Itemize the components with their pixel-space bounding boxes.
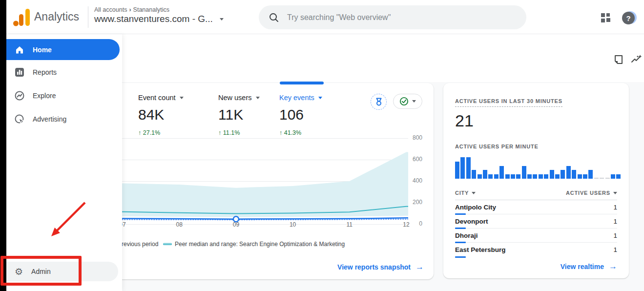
nav-drawer: Home Reports Explore Advertis bbox=[6, 34, 122, 291]
minute-bar bbox=[550, 170, 554, 179]
minute-bar bbox=[555, 174, 560, 179]
search-input[interactable] bbox=[287, 13, 502, 22]
city-cell: Devonport bbox=[455, 218, 488, 225]
chevron-down-icon[interactable] bbox=[180, 97, 184, 99]
sidebar-item-label: Advertising bbox=[33, 115, 66, 123]
metric-tab-new-users[interactable]: New users 11K ↑ 11.1% bbox=[218, 94, 260, 136]
chevron-down-icon[interactable] bbox=[318, 97, 322, 99]
advertising-icon bbox=[15, 114, 24, 124]
minute-bar bbox=[494, 174, 499, 179]
check-circle-icon bbox=[399, 97, 409, 106]
metric-label: New users bbox=[218, 94, 252, 102]
sidebar-item-explore[interactable]: Explore bbox=[6, 86, 120, 105]
minute-bar bbox=[566, 166, 571, 179]
minute-bar bbox=[533, 174, 537, 179]
city-column-header[interactable]: CITY bbox=[455, 190, 476, 196]
table-row[interactable]: East Petersburg 1 bbox=[455, 243, 617, 257]
breadcrumb-root[interactable]: All accounts bbox=[94, 6, 127, 13]
minute-bar bbox=[572, 170, 576, 179]
selected-metric-indicator bbox=[280, 82, 324, 84]
per-minute-title: ACTIVE USERS PER MINUTE bbox=[455, 144, 617, 149]
minute-bar bbox=[561, 170, 565, 179]
chevron-down-icon bbox=[220, 18, 224, 21]
brand-title: Analytics bbox=[34, 10, 79, 23]
sidebar-item-label: Explore bbox=[33, 92, 56, 100]
explore-icon bbox=[15, 91, 24, 101]
top-app-bar: Analytics All accounts›Stananalytics www… bbox=[0, 0, 644, 34]
chevron-down-icon bbox=[613, 192, 617, 194]
benchmarking-medal-icon[interactable] bbox=[371, 94, 387, 110]
active-users-per-minute-chart[interactable] bbox=[455, 156, 622, 179]
metric-value: 11K bbox=[218, 106, 260, 123]
sidebar-item-advertising[interactable]: Advertising bbox=[6, 109, 120, 129]
screen-edge-bar bbox=[0, 0, 6, 291]
property-selector[interactable]: www.stanventures.com - G... bbox=[94, 14, 224, 24]
metric-tab-key-events[interactable]: Key events 106 ↑ 41.3% bbox=[279, 94, 322, 136]
minute-bar bbox=[455, 162, 459, 179]
minute-bar bbox=[527, 174, 532, 179]
minute-bar bbox=[460, 157, 465, 179]
minute-bar bbox=[472, 170, 476, 179]
breadcrumb[interactable]: All accounts›Stananalytics bbox=[94, 6, 169, 13]
search-bar[interactable] bbox=[259, 5, 526, 29]
value-cell: 1 bbox=[613, 218, 617, 225]
minute-bar bbox=[588, 170, 593, 179]
view-realtime-link[interactable]: View realtime→ bbox=[561, 262, 617, 271]
x-tick-label: 10 bbox=[285, 221, 301, 228]
realtime-card: ACTIVE USERS IN LAST 30 MINUTES 21 ACTIV… bbox=[443, 83, 629, 278]
property-name: www.stanventures.com - G... bbox=[94, 14, 213, 24]
x-tick-label: 11 bbox=[341, 221, 358, 228]
metric-tab-event-count[interactable]: Event count 84K ↑ 27.1% bbox=[138, 94, 184, 136]
minute-bar bbox=[478, 174, 482, 179]
notes-icon[interactable] bbox=[613, 54, 624, 65]
y-tick-label: 200 bbox=[407, 199, 422, 206]
y-tick-label: 800 bbox=[407, 134, 422, 141]
sidebar-item-label: Home bbox=[33, 46, 52, 54]
minute-bar bbox=[544, 174, 548, 179]
y-tick-label: 400 bbox=[407, 177, 422, 184]
minute-bar bbox=[516, 174, 520, 179]
chevron-down-icon bbox=[412, 100, 416, 103]
minute-bar bbox=[605, 178, 610, 179]
table-row[interactable]: Dhoraji 1 bbox=[455, 229, 617, 243]
table-row[interactable]: Antipolo City 1 bbox=[455, 200, 617, 214]
x-tick-label: 12 bbox=[398, 221, 415, 228]
insights-icon[interactable] bbox=[631, 54, 643, 65]
value-cell: 1 bbox=[613, 246, 617, 253]
data-quality-pill[interactable] bbox=[393, 94, 422, 109]
metric-label: Event count bbox=[138, 94, 176, 102]
help-button[interactable]: ? bbox=[621, 11, 637, 26]
home-icon bbox=[15, 45, 24, 55]
minute-bar bbox=[594, 178, 599, 179]
sidebar-item-label: Reports bbox=[33, 68, 57, 76]
minute-bar bbox=[466, 157, 471, 179]
breadcrumb-chevron-icon: › bbox=[129, 6, 131, 13]
chevron-down-icon[interactable] bbox=[256, 97, 260, 99]
city-cell: East Petersburg bbox=[455, 246, 506, 253]
x-tick-label: 09 bbox=[228, 221, 244, 228]
right-arrow-icon: → bbox=[609, 262, 617, 271]
right-arrow-icon: → bbox=[415, 262, 424, 272]
minute-bar bbox=[600, 178, 604, 179]
active-users-column-header[interactable]: ACTIVE USERS bbox=[566, 190, 617, 196]
view-reports-snapshot-link[interactable]: View reports snapshot→ bbox=[337, 262, 424, 272]
ga-home-screen: Analytics All accounts›Stananalytics www… bbox=[0, 0, 644, 291]
x-tick-label: 08 bbox=[171, 221, 187, 228]
help-question-icon: ? bbox=[622, 12, 635, 24]
chevron-down-icon bbox=[472, 192, 476, 194]
reports-icon bbox=[15, 67, 24, 77]
value-cell: 1 bbox=[613, 232, 617, 239]
breadcrumb-account[interactable]: Stananalytics bbox=[133, 6, 169, 13]
minute-bar bbox=[578, 174, 582, 179]
minute-bar bbox=[539, 174, 543, 179]
apps-grid-icon[interactable] bbox=[600, 12, 611, 23]
annotation-rectangle bbox=[0, 256, 82, 286]
minute-bar bbox=[583, 174, 587, 179]
sidebar-item-reports[interactable]: Reports bbox=[6, 62, 120, 82]
sidebar-item-home[interactable]: Home bbox=[6, 39, 120, 60]
active-users-value: 21 bbox=[455, 111, 617, 130]
key-events-line-chart[interactable] bbox=[115, 132, 408, 228]
minute-bar bbox=[483, 170, 487, 179]
city-bar bbox=[455, 256, 466, 258]
table-row[interactable]: Devonport 1 bbox=[455, 214, 617, 229]
